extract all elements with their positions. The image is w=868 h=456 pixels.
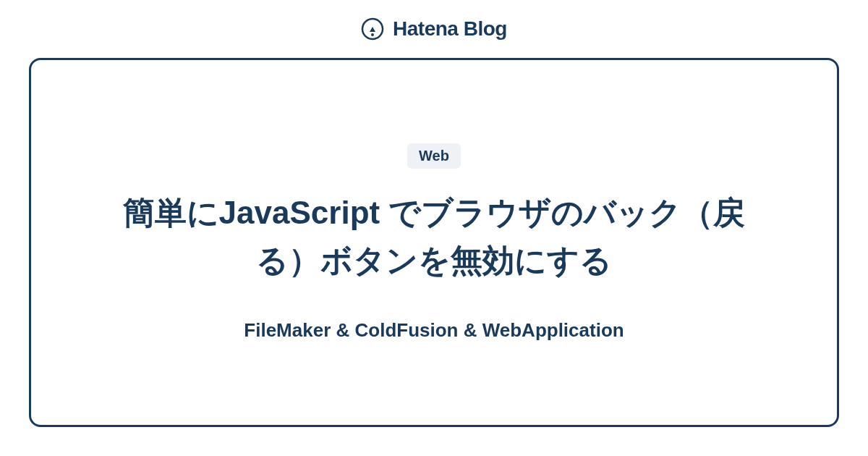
header: Hatena Blog xyxy=(0,0,868,58)
article-title: 簡単にJavaScript でブラウザのバック（戻る）ボタンを無効にする xyxy=(116,189,752,284)
svg-point-1 xyxy=(371,33,374,36)
blog-name: FileMaker & ColdFusion & WebApplication xyxy=(244,319,624,342)
article-card: Web 簡単にJavaScript でブラウザのバック（戻る）ボタンを無効にする… xyxy=(29,58,839,427)
hatena-logo-icon xyxy=(361,17,384,41)
category-badge: Web xyxy=(407,143,461,169)
brand-name: Hatena Blog xyxy=(393,17,507,41)
